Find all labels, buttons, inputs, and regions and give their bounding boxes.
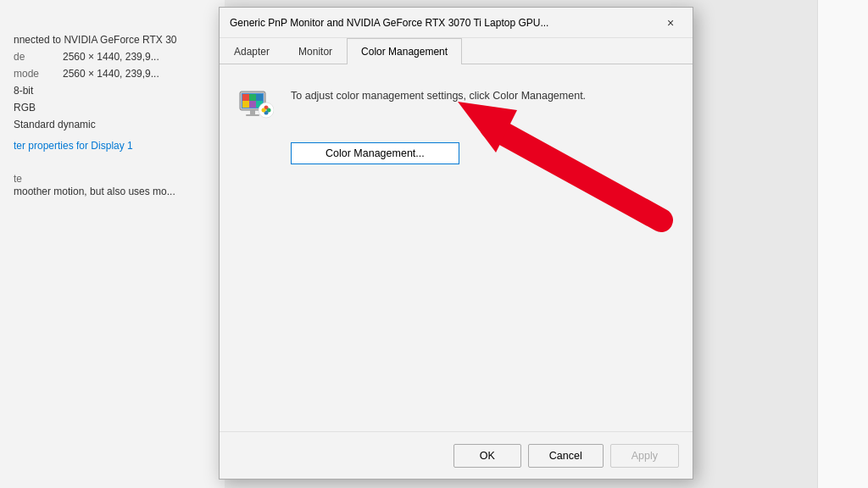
svg-rect-5 [242,101,249,108]
bg-value-colorspace: RGB [14,102,36,114]
bg-note-row: te [14,172,211,185]
bg-row-dynamic: Standard dynamic [14,119,211,130]
svg-rect-8 [250,110,255,114]
tab-bar: Adapter Monitor Color Management [220,38,693,64]
svg-point-14 [262,108,266,113]
tab-color-management[interactable]: Color Management [347,38,462,64]
bg-row-bitdepth: 8-bit [14,85,211,97]
svg-rect-2 [242,94,249,101]
color-management-icon [236,85,277,125]
svg-rect-3 [249,94,256,101]
svg-rect-6 [249,101,256,108]
color-management-button[interactable]: Color Management... [291,142,459,164]
bg-link-display[interactable]: ter properties for Display 1 [14,140,133,152]
bg-label-de: de [14,51,56,63]
svg-rect-9 [246,114,259,116]
tab-monitor[interactable]: Monitor [284,38,347,64]
tab-adapter[interactable]: Adapter [220,38,284,64]
color-icon-svg [236,85,274,122]
close-button[interactable]: × [659,11,682,35]
ok-button[interactable]: OK [453,444,521,468]
bg-value-bitdepth: 8-bit [14,85,33,97]
bg-note-label: te [14,173,22,185]
dialog-content: To adjust color management settings, cli… [220,64,693,431]
bg-value-dynamic: Standard dynamic [14,119,96,130]
bg-link-row[interactable]: ter properties for Display 1 [14,139,211,152]
dialog-footer: OK Cancel Apply [220,431,693,479]
cancel-button[interactable]: Cancel [528,444,604,468]
dialog-title: Generic PnP Monitor and NVIDIA GeForce R… [230,17,548,29]
cm-description: To adjust color management settings, cli… [291,85,586,104]
bg-row-de: de 2560 × 1440, 239,9... [14,51,211,63]
bg-value-de: 2560 × 1440, 239,9... [63,51,159,63]
background-window: nnected to NVIDIA GeForce RTX 30 de 2560… [0,0,225,488]
svg-rect-4 [256,94,263,101]
bg-row-colorspace: RGB [14,102,211,114]
color-management-section: To adjust color management settings, cli… [236,85,676,125]
bg-row-mode: mode 2560 × 1440, 239,9... [14,68,211,80]
dialog-window: Generic PnP Monitor and NVIDIA GeForce R… [219,7,693,480]
bg-value-mode: 2560 × 1440, 239,9... [63,68,159,80]
bg-note-value: moother motion, but also uses mo... [14,186,175,197]
bg-row-connected: nnected to NVIDIA GeForce RTX 30 [14,34,211,46]
bg-label-mode: mode [14,68,56,80]
bg-note-value-row: moother motion, but also uses mo... [14,185,211,197]
apply-button: Apply [610,444,679,468]
cm-button-wrapper: Color Management... [236,142,676,164]
bg-display-info: nnected to NVIDIA GeForce RTX 30 de 2560… [14,34,211,197]
right-panel [817,0,868,488]
title-bar: Generic PnP Monitor and NVIDIA GeForce R… [220,8,693,38]
bg-connected-text: nnected to NVIDIA GeForce RTX 30 [14,34,177,46]
